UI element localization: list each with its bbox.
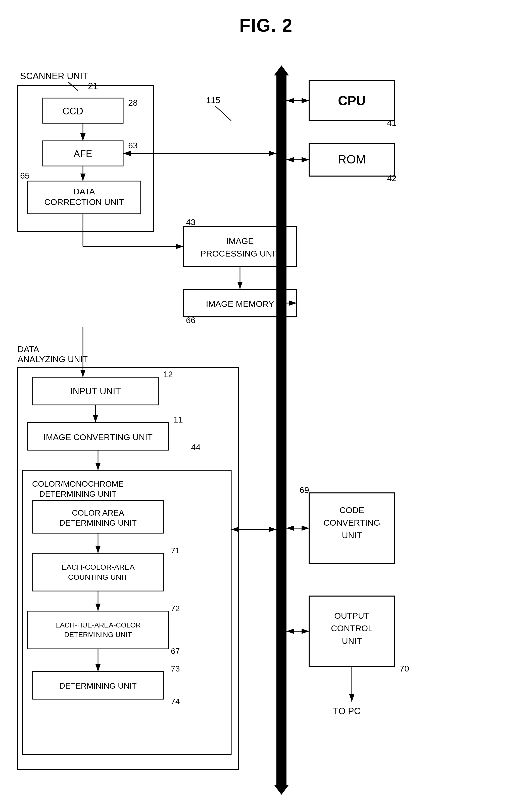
data-analyzing-line2: ANALYZING UNIT [18,355,88,364]
image-processing-line2: PROCESSING UNIT [200,249,280,258]
determining-label: DETERMINING UNIT [59,681,137,690]
data-correction-line1: DATA [73,187,95,196]
scanner-unit-num: 21 [88,81,98,91]
each-hue-box [27,611,168,649]
input-unit-num: 12 [163,369,173,379]
output-control-num: 70 [400,664,409,673]
svg-line-4 [68,82,78,91]
output-control-line1: OUTPUT [334,611,369,620]
bus-num-arrow [215,106,231,121]
image-memory-num: 66 [186,315,195,325]
data-correction-line2: CORRECTION UNIT [44,197,124,207]
determining-num-label: 73 [171,664,180,673]
color-area-line1: COLOR AREA [72,508,125,517]
ccd-label: CCD [62,106,83,116]
color-mono-box [23,470,231,755]
output-control-line2: CONTROL [331,623,373,633]
color-mono-line2: DETERMINING UNIT [39,489,117,498]
cpu-label: CPU [338,93,366,108]
each-color-num: 71 [171,546,180,555]
code-converting-line3: UNIT [342,530,362,540]
image-memory-label: IMAGE MEMORY [206,299,274,309]
scanner-unit-label: SCANNER UNIT [20,71,88,81]
color-mono-line1: COLOR/MONOCHROME [32,479,124,488]
input-unit-label: INPUT UNIT [70,386,121,396]
each-hue-num-ref: 72 [171,604,180,613]
bus-num: 115 [206,95,221,105]
bus-connection-num: 44 [191,442,201,452]
data-analyzing-line1: DATA [18,344,39,354]
image-processing-num: 43 [186,217,195,227]
each-hue-line1: EACH-HUE-AREA-COLOR [55,621,141,629]
data-correction-num: 65 [20,171,30,180]
afe-num: 63 [128,141,138,150]
code-converting-num: 69 [300,485,309,495]
diagram-container: SCANNER UNIT 21 CCD 28 AFE 63 65 DATA CO… [0,35,532,795]
each-color-line1: EACH-COLOR-AREA [61,563,135,571]
bus-bar [277,75,286,785]
cpu-num: 41 [387,118,397,127]
each-color-box [33,553,163,591]
afe-label: AFE [74,149,92,159]
code-converting-line2: CONVERTING [323,518,380,527]
image-processing-line1: IMAGE [226,236,254,246]
rom-label: ROM [338,153,366,166]
each-hue-line2: DETERMINING UNIT [64,631,132,638]
bus-arrow-bottom [274,785,289,795]
color-area-line2: DETERMINING UNIT [59,518,137,527]
image-converting-num: 11 [173,415,183,424]
image-converting-label: IMAGE CONVERTING UNIT [43,432,153,442]
code-converting-line1: CODE [340,505,364,515]
code-converting-box [309,493,395,563]
rom-num: 42 [387,173,397,183]
ccd-num: 28 [128,98,138,107]
to-pc-label: TO PC [333,706,360,716]
bus-arrow-top [274,66,289,75]
determining-num2: 74 [171,697,180,706]
num-67: 67 [171,647,180,656]
output-control-line3: UNIT [342,636,362,646]
each-color-line2: COUNTING UNIT [68,573,128,581]
